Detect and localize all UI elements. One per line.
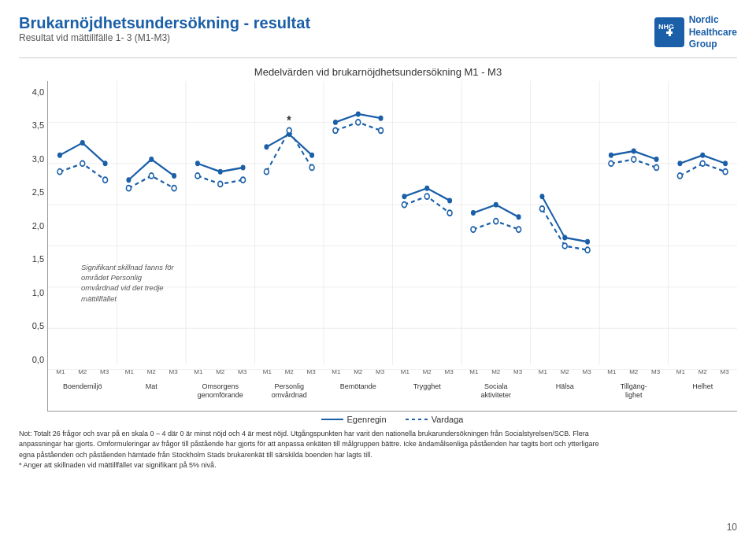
cat-sociala: Socialaaktiviteter [461, 382, 531, 411]
page: Brukarnöjdhetsundersökning - resultat Re… [0, 0, 756, 539]
x-ticks-sociala: M1M2M3 [461, 367, 531, 382]
svg-point-25 [172, 173, 176, 179]
svg-point-66 [424, 194, 429, 199]
svg-point-63 [356, 120, 361, 125]
x-ticks-omsorgens: M1M2M3 [186, 367, 255, 382]
note-line-4: * Anger att skillnaden vid mättillfället… [19, 460, 737, 471]
chart-plot: * M1M2M3 M1M2M3 M1M2M3 [47, 81, 737, 412]
header: Brukarnöjdhetsundersökning - resultat Re… [19, 14, 737, 58]
cat-personlig: Personligomvårdnad [255, 382, 324, 411]
svg-point-59 [264, 169, 269, 175]
chart-svg: * [48, 81, 737, 411]
x-axis-area: M1M2M3 M1M2M3 M1M2M3 M1M2M3 M1M2M3 [48, 367, 737, 411]
svg-point-48 [700, 153, 705, 158]
svg-point-28 [241, 164, 246, 170]
y-label-25: 2,5 [19, 187, 47, 197]
svg-point-73 [585, 247, 590, 253]
cat-omsorgens: Omsorgensgenomförande [186, 382, 255, 411]
svg-point-23 [126, 177, 131, 183]
cat-boendemiljo: Boendemiljö [48, 382, 117, 411]
logo-area: NHG NordicHealthcareGroup [654, 14, 737, 51]
svg-point-29 [264, 144, 269, 150]
page-title: Brukarnöjdhetsundersökning - resultat [19, 14, 310, 32]
svg-point-52 [103, 177, 108, 183]
svg-point-47 [677, 161, 682, 166]
legend-egenregin: Egenregin [321, 415, 387, 424]
y-label-15: 1,5 [19, 254, 47, 264]
svg-point-44 [609, 153, 613, 158]
svg-point-22 [103, 161, 108, 166]
note-line-3: egna påståenden och påståenden hämtade f… [19, 450, 737, 461]
svg-point-39 [494, 201, 498, 207]
x-ticks-tillgang: M1M2M3 [599, 367, 669, 382]
chart-area: 4,0 3,5 3,0 2,5 2,0 1,5 1,0 0,5 0,0 [19, 81, 737, 412]
x-ticks-trygghet: M1M2M3 [393, 367, 462, 382]
y-axis: 4,0 3,5 3,0 2,5 2,0 1,5 1,0 0,5 0,0 [19, 81, 47, 412]
svg-point-51 [80, 161, 85, 166]
svg-point-34 [379, 115, 384, 120]
svg-point-79 [723, 169, 728, 175]
x-ticks-helhet: M1M2M3 [669, 367, 738, 382]
x-category-labels: Boendemiljö Mat Omsorgensgenomförande Pe… [48, 382, 737, 411]
x-ticks-boendemiljo: M1M2M3 [48, 367, 117, 382]
y-label-20: 2,0 [19, 221, 47, 231]
note-line-1: Not: Totalt 26 frågor och svar på en ska… [19, 429, 737, 440]
svg-point-33 [356, 111, 361, 116]
cat-helhet: Helhet [669, 382, 738, 411]
svg-point-71 [539, 206, 544, 212]
x-ticks-personlig: M1M2M3 [255, 367, 324, 382]
svg-point-64 [379, 127, 384, 133]
svg-point-62 [333, 127, 338, 133]
y-label-00: 0,0 [19, 355, 47, 364]
x-ticks-mat: M1M2M3 [117, 367, 187, 382]
svg-point-54 [149, 173, 154, 179]
svg-point-65 [402, 201, 406, 207]
svg-point-21 [80, 140, 85, 146]
svg-point-50 [57, 169, 62, 175]
svg-point-70 [517, 227, 521, 232]
svg-point-40 [517, 214, 521, 220]
svg-point-27 [218, 169, 223, 175]
page-number: 10 [727, 522, 737, 533]
y-label-10: 1,0 [19, 288, 47, 297]
svg-point-35 [402, 194, 406, 199]
cat-bemotande: Bemötande [324, 382, 393, 411]
legend-line-solid [321, 419, 343, 420]
y-label-40: 4,0 [19, 87, 47, 97]
legend-vardaga: Vardaga [406, 415, 464, 424]
chart-title: Medelvärden vid brukarnöjdhetsundersökni… [19, 66, 737, 78]
svg-point-38 [471, 210, 476, 216]
svg-point-69 [494, 218, 498, 223]
legend-line-dashed [406, 419, 428, 420]
note-line-2: anpassningar har gjorts. Omformuleringar… [19, 439, 737, 450]
svg-point-58 [241, 177, 246, 183]
svg-point-61 [309, 164, 314, 170]
annotation-text: Signifikant skillnad fanns för området P… [81, 262, 176, 304]
svg-point-53 [126, 185, 131, 190]
svg-point-77 [677, 173, 682, 179]
x-ticks-halsa: M1M2M3 [531, 367, 600, 382]
svg-point-42 [562, 234, 567, 240]
legend-label-vardaga: Vardaga [432, 415, 464, 424]
svg-rect-3 [669, 29, 671, 36]
svg-point-24 [149, 157, 154, 162]
svg-point-26 [195, 161, 200, 166]
svg-point-78 [700, 161, 705, 166]
note-area: Not: Totalt 26 frågor och svar på en ska… [19, 427, 737, 473]
svg-point-37 [447, 198, 452, 203]
svg-point-75 [632, 157, 636, 162]
cat-mat: Mat [117, 382, 187, 411]
page-subtitle: Resultat vid mättillfälle 1- 3 (M1-M3) [19, 32, 310, 43]
nhg-logo-icon: NHG [654, 17, 684, 47]
cat-tillgang: Tillgäng-lighet [599, 382, 669, 411]
logo-text: NordicHealthcareGroup [689, 14, 737, 51]
cat-halsa: Hälsa [531, 382, 600, 411]
svg-point-31 [309, 153, 314, 158]
svg-point-36 [424, 185, 429, 190]
svg-point-49 [723, 161, 728, 166]
header-text: Brukarnöjdhetsundersökning - resultat Re… [19, 14, 310, 43]
svg-point-57 [218, 181, 223, 186]
y-label-30: 3,0 [19, 154, 47, 164]
svg-point-45 [632, 148, 636, 153]
svg-point-46 [654, 157, 659, 162]
